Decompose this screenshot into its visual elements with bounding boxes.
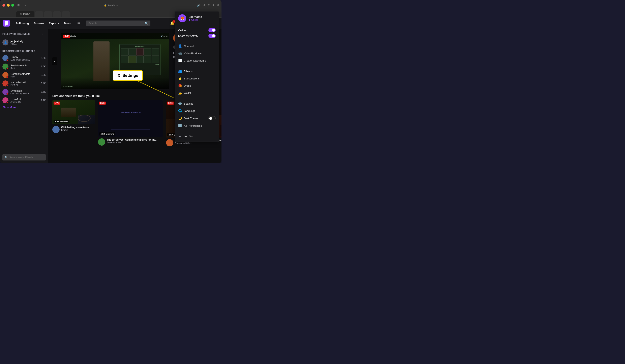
tabs-icon[interactable]: ⧉ (217, 3, 219, 7)
mac-window: ⊞ ‹ › 🔒 twitch.tv 🔊 ↺ ⬆ + ⧉ ⬛ twitch.tv (0, 0, 221, 163)
live-dot-loserfruit (6, 101, 8, 103)
dropdown-videoproducer-label: Video Producer (184, 52, 202, 55)
sidebar-item-limmy[interactable]: Limmy Euro Truck Simulat... 2.8K (0, 54, 48, 62)
stream-nav-prev[interactable]: ‹ (52, 57, 57, 65)
tab-4[interactable] (53, 11, 61, 17)
minimize-button[interactable] (7, 4, 10, 7)
title-bar: ⊞ ‹ › 🔒 twitch.tv 🔊 ↺ ⬆ + ⧉ (0, 0, 221, 10)
dropdown-item-subscriptions[interactable]: ⭐ Subscriptions (175, 75, 219, 82)
search-friends-bar[interactable]: 🔍 (2, 154, 46, 161)
sidebar-item-syndicate[interactable]: Syndicate Call of Duty: Warzo... 3.5K (0, 88, 48, 96)
dropdown-item-friends[interactable]: 👥 Friends (175, 68, 219, 75)
card-thumb-limmy: LIVE 2.8K viewers (52, 100, 95, 124)
dropdown-item-wallet[interactable]: 👝 Wallet (175, 89, 219, 97)
sidebar-item-jenjeahaly[interactable]: 👤 jenjeahaly Offline (0, 38, 48, 47)
channel-card-sovietwomble[interactable]: Combined Power Out LIVE 4.6K viewers The… (98, 100, 163, 146)
card-info-sovietwomble: The ZF Server - Gathering supplies for t… (98, 138, 163, 146)
sidebar-item-harryhesketh[interactable]: HarryHesketh FIFA 21 5.4K (0, 79, 48, 88)
recommended-channels-header: RECOMMENDED CHANNELS (0, 47, 48, 54)
notifications-button[interactable]: 🔔 2 (170, 21, 175, 26)
user-dropdown-menu: 🦊 username Online Online (175, 29, 219, 142)
sovietwomble-name: SovietWomble (10, 64, 39, 67)
traffic-lights (2, 4, 14, 7)
sidebar-item-loserfruit[interactable]: Loserfruit Among Us 2.9K (0, 96, 48, 105)
dropdown-item-logout[interactable]: ↩ Log Out (175, 133, 219, 140)
dropdown-item-language[interactable]: 🌐 Language › (175, 107, 219, 114)
card-more-limmy[interactable]: ⋮ (91, 126, 95, 131)
settings-icon: ⚙️ (178, 102, 182, 105)
tab-2[interactable] (35, 11, 43, 17)
twitch-logo[interactable] (3, 20, 10, 27)
tab-twitch[interactable]: ⬛ twitch.tv (16, 11, 34, 17)
sidebar-item-completeditmate[interactable]: CompletedItMate Rust 3.5K (0, 71, 48, 79)
new-tab-icon[interactable]: + (213, 3, 215, 7)
syndicate-game: Call of Duty: Warzo... (10, 92, 39, 95)
dropdown-item-videoproducer[interactable]: 📹 Video Producer (175, 50, 219, 57)
stream-game-bg: completeditmate 🔊 1,785 LEAVE TEAM (61, 33, 169, 89)
completeditmate-info: CompletedItMate Rust (10, 72, 39, 78)
nav-music[interactable]: Music (62, 21, 74, 26)
followed-channels-title: FOLLOWED CHANNELS (2, 33, 30, 35)
adpreferences-icon: ℹ️ (178, 124, 182, 128)
dropdown-adpreferences-label: Ad Preferences (184, 124, 202, 127)
nav-browse[interactable]: Browse (31, 21, 46, 26)
dropdown-logout-label: Log Out (184, 135, 193, 138)
card-channel-limmy: Limmy (61, 129, 89, 131)
sidebar-toggle-icon[interactable]: ⊞ (17, 4, 20, 7)
completeditmate-name: CompletedItMate (10, 72, 39, 75)
harryhesketh-game: FIFA 21 (10, 84, 39, 86)
refresh-icon[interactable]: ↺ (203, 4, 205, 7)
harryhesketh-name: HarryHesketh (10, 81, 39, 84)
card-info-limmy: Chitchatting as we truck Limmy ⋮ (52, 126, 95, 133)
dropdown-item-settings[interactable]: ⚙️ Settings (175, 100, 219, 107)
toggle-activity[interactable] (208, 34, 216, 38)
dropdown-item-adpreferences[interactable]: ℹ️ Ad Preferences (175, 122, 219, 129)
dropdown-item-darktheme[interactable]: 🌙 Dark Theme (175, 114, 219, 122)
videoproducer-icon: 📹 (178, 52, 182, 55)
show-more-button[interactable]: Show More (0, 105, 48, 110)
back-icon[interactable]: ‹ (22, 4, 23, 7)
dark-theme-toggle[interactable] (208, 116, 216, 120)
address-bar[interactable]: 🔒 twitch.tv (104, 4, 118, 7)
limmy-name: Limmy (10, 56, 39, 58)
title-bar-controls: ⊞ ‹ › (17, 4, 26, 7)
dropdown-item-creatordashboard[interactable]: 📊 Creator Dashboard (175, 57, 219, 64)
dropdown-channel-label: Channel (184, 45, 193, 48)
stream-thumbnail[interactable]: completeditmate 🔊 1,785 LEAVE TEAM (61, 33, 169, 89)
lock-icon: 🔒 (104, 4, 107, 7)
avatar-limmy (2, 55, 8, 61)
channel-card-limmy[interactable]: LIVE 2.8K viewers Chitchatting as we tru… (52, 100, 95, 146)
speaker-icon[interactable]: 🔊 (197, 4, 200, 7)
toggle-online[interactable] (208, 29, 216, 32)
harryhesketh-viewers: 5.4K (41, 82, 46, 85)
share-icon[interactable]: ⬆ (208, 3, 210, 7)
dropdown-creatordashboard-label: Creator Dashboard (184, 59, 206, 62)
dropdown-drops-label: Drops (184, 84, 191, 87)
nav-following[interactable]: Following (14, 21, 31, 26)
tab-5[interactable] (62, 11, 70, 17)
svg-rect-1 (6, 22, 6, 24)
dropdown-item-drops[interactable]: 🎁 Drops (175, 82, 219, 89)
toggle-online-label: Online (178, 29, 186, 32)
live-dot-harryhesketh (6, 84, 8, 86)
sovietwomble-game: Rust (10, 67, 39, 69)
toggle-activity-label: Share My Activity (178, 34, 198, 37)
sidebar-item-sovietwomble[interactable]: SovietWomble Rust 4.6K (0, 62, 48, 71)
avatar-harryhesketh (2, 81, 8, 86)
search-friends-input[interactable] (9, 156, 44, 159)
dropdown-item-channel[interactable]: 👤 Channel (175, 42, 219, 50)
search-bar[interactable]: 🔍 (86, 21, 150, 26)
nav-more-button[interactable]: ••• (75, 20, 82, 26)
close-button[interactable] (2, 4, 5, 7)
fullscreen-button[interactable] (11, 4, 14, 7)
darktheme-icon: 🌙 (178, 116, 182, 120)
drops-icon: 🎁 (178, 84, 182, 87)
settings-tooltip: ⚙ Settings (113, 70, 143, 81)
search-input[interactable] (88, 22, 143, 25)
sidebar-collapse-button[interactable]: ←| (41, 32, 46, 36)
dropdown-language-label: Language (184, 110, 195, 112)
nav-esports[interactable]: Esports (47, 21, 61, 26)
card-more-sovietwomble[interactable]: ⋮ (159, 138, 163, 143)
forward-icon[interactable]: › (25, 4, 26, 7)
tab-3[interactable] (44, 11, 52, 17)
